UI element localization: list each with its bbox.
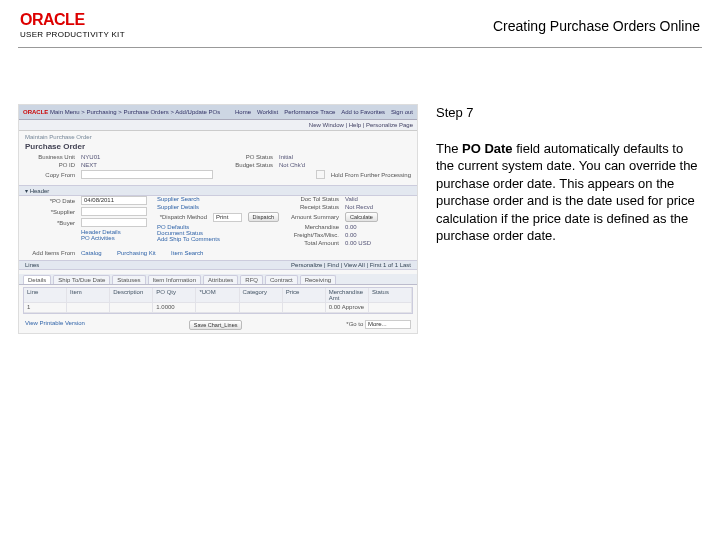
col-qty: PO Qty bbox=[153, 288, 196, 302]
cell-item[interactable] bbox=[67, 303, 110, 312]
tab-attrs[interactable]: Attributes bbox=[203, 275, 238, 284]
val-budgetstatus: Not Chk'd bbox=[279, 162, 411, 168]
logo-block: ORACLE USER PRODUCTIVITY KIT bbox=[20, 12, 125, 39]
shot-topnav-crumbs: Main Menu > Purchasing > Purchase Orders… bbox=[50, 109, 220, 115]
tab-shipto[interactable]: Ship To/Due Date bbox=[53, 275, 110, 284]
lbl-total: Total Amount bbox=[289, 240, 339, 246]
val-merch: 0.00 bbox=[345, 224, 411, 230]
col-cat: Category bbox=[240, 288, 283, 302]
field-name: PO Date bbox=[462, 141, 513, 156]
col-amt: Merchandise Amt bbox=[326, 288, 369, 302]
cell-line: 1 bbox=[24, 303, 67, 312]
col-price: Price bbox=[283, 288, 326, 302]
shot-subbar: New Window | Help | Personalize Page bbox=[19, 120, 417, 131]
input-dispatch[interactable]: Print bbox=[213, 213, 242, 222]
link-supplier-details[interactable]: Supplier Details bbox=[157, 204, 199, 210]
lbl-dispatch: *Dispatch Method bbox=[157, 214, 207, 220]
lbl-goto: *Go to bbox=[346, 321, 363, 327]
col-status: Status bbox=[369, 288, 412, 302]
cell-status bbox=[369, 303, 412, 312]
lines-tabs: Details Ship To/Due Date Statuses Item I… bbox=[19, 274, 417, 285]
lbl-buyer: *Buyer bbox=[25, 220, 75, 226]
tab-details[interactable]: Details bbox=[23, 275, 51, 284]
shot-breadcrumb: Maintain Purchase Order bbox=[19, 131, 417, 142]
link-catalog[interactable]: Catalog bbox=[81, 250, 102, 256]
lbl-hold: Hold From Further Processing bbox=[331, 172, 411, 178]
val-ftm: 0.00 bbox=[345, 232, 411, 238]
val-postatus: Initial bbox=[279, 154, 411, 160]
step-body: The PO Date field automatically defaults… bbox=[436, 140, 702, 245]
lbl-podate: *PO Date bbox=[25, 198, 75, 204]
btn-dispatch[interactable]: Dispatch bbox=[248, 212, 279, 222]
shot-nav-perftrace[interactable]: Performance Trace bbox=[284, 109, 335, 115]
val-bu: NYU01 bbox=[81, 154, 213, 160]
col-item: Item bbox=[67, 288, 110, 302]
link-shipto-comments[interactable]: Add Ship To Comments bbox=[157, 236, 279, 242]
link-po-activities[interactable]: PO Activities bbox=[81, 235, 147, 241]
shot-nav-favorites[interactable]: Add to Favorites bbox=[341, 109, 385, 115]
cell-price[interactable] bbox=[283, 303, 326, 312]
lbl-amt-summ: Amount Summary bbox=[289, 214, 339, 220]
shot-nav-home[interactable]: Home bbox=[235, 109, 251, 115]
lines-grid: Line Item Description PO Qty *UOM Catego… bbox=[23, 287, 413, 314]
shot-topbar: ORACLE Main Menu > Purchasing > Purchase… bbox=[19, 105, 417, 120]
lbl-postatus: PO Status bbox=[223, 154, 273, 160]
input-goto[interactable]: More... bbox=[365, 320, 411, 329]
input-podate[interactable]: 04/08/2011 bbox=[81, 196, 147, 205]
lines-toolbar[interactable]: Personalize | Find | View All | First 1 … bbox=[291, 262, 411, 268]
val-receipt-status: Not Recvd bbox=[345, 204, 411, 210]
tab-contract[interactable]: Contract bbox=[265, 275, 298, 284]
input-copyfrom[interactable] bbox=[81, 170, 213, 179]
lines-label: Lines bbox=[25, 262, 39, 268]
cell-desc[interactable] bbox=[110, 303, 153, 312]
section-header[interactable]: ▾ Header bbox=[19, 185, 417, 196]
instruction-text: Step 7 The PO Date field automatically d… bbox=[436, 104, 702, 334]
lbl-poid: PO ID bbox=[25, 162, 75, 168]
tab-rfq[interactable]: RFQ bbox=[240, 275, 263, 284]
link-printable[interactable]: View Printable Version bbox=[25, 320, 85, 330]
lbl-ftm: Freight/Tax/Misc. bbox=[289, 232, 339, 238]
lbl-doctol: Doc Tol Status bbox=[289, 196, 339, 202]
lbl-budgetstatus: Budget Status bbox=[223, 162, 273, 168]
btn-save[interactable]: Save Chart_Lines bbox=[189, 320, 243, 330]
col-line: Line bbox=[24, 288, 67, 302]
lbl-supplier: *Supplier bbox=[25, 209, 75, 215]
link-itemsearch[interactable]: Item Search bbox=[171, 250, 203, 256]
cell-amt: 0.00 Approve bbox=[326, 303, 369, 312]
table-row[interactable]: 1 1.0000 0.00 Approve bbox=[24, 303, 412, 313]
upk-subtitle: USER PRODUCTIVITY KIT bbox=[20, 30, 125, 39]
cell-cat[interactable] bbox=[240, 303, 283, 312]
col-uom: *UOM bbox=[196, 288, 239, 302]
link-pkit[interactable]: Purchasing Kit bbox=[117, 250, 156, 256]
shot-page-title: Purchase Order bbox=[19, 142, 417, 154]
lbl-receipt-status: Receipt Status bbox=[289, 204, 339, 210]
input-buyer[interactable] bbox=[81, 218, 147, 227]
page-title: Creating Purchase Orders Online bbox=[493, 18, 700, 34]
tab-receiving[interactable]: Receiving bbox=[300, 275, 336, 284]
col-desc: Description bbox=[110, 288, 153, 302]
input-supplier[interactable] bbox=[81, 207, 147, 216]
cell-uom[interactable] bbox=[196, 303, 239, 312]
step-label: Step 7 bbox=[436, 104, 702, 122]
shot-nav-worklist[interactable]: Worklist bbox=[257, 109, 278, 115]
cell-qty[interactable]: 1.0000 bbox=[153, 303, 196, 312]
lbl-bu: Business Unit bbox=[25, 154, 75, 160]
checkbox-hold[interactable] bbox=[316, 170, 325, 179]
val-poid: NEXT bbox=[81, 162, 213, 168]
link-supplier-search[interactable]: Supplier Search bbox=[157, 196, 200, 202]
tab-iteminfo[interactable]: Item Information bbox=[148, 275, 201, 284]
shot-oracle-logo: ORACLE bbox=[23, 109, 48, 115]
lbl-merch: Merchandise bbox=[289, 224, 339, 230]
lbl-copyfrom: Copy From bbox=[25, 172, 75, 178]
tab-statuses[interactable]: Statuses bbox=[112, 275, 145, 284]
screenshot-thumbnail: ORACLE Main Menu > Purchasing > Purchase… bbox=[18, 104, 418, 334]
shot-nav-signout[interactable]: Sign out bbox=[391, 109, 413, 115]
val-doctol: Valid bbox=[345, 196, 411, 202]
lbl-addfrom: Add Items From bbox=[25, 250, 75, 256]
btn-calculate[interactable]: Calculate bbox=[345, 212, 378, 222]
oracle-logo: ORACLE bbox=[20, 12, 125, 28]
val-total: 0.00 USD bbox=[345, 240, 411, 246]
